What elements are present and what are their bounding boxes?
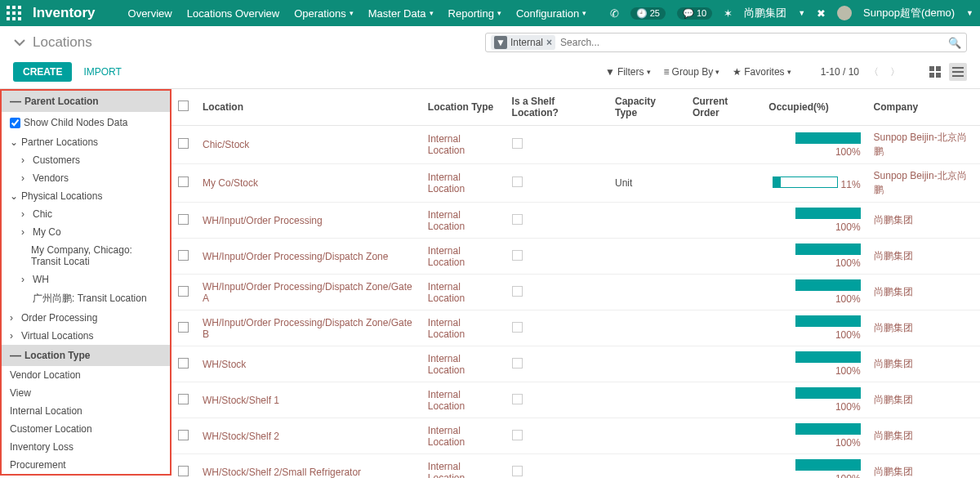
tree-item[interactable]: ›Virtual Locations: [2, 327, 170, 345]
column-header[interactable]: Location Type: [421, 89, 506, 126]
shelf-checkbox[interactable]: [512, 250, 523, 261]
messages-badge[interactable]: 💬 10: [677, 7, 712, 20]
view-list[interactable]: [949, 63, 967, 81]
table-row[interactable]: Chic/StockInternal Location 100%Sunpop B…: [172, 126, 980, 164]
nav-overview[interactable]: Overview: [128, 7, 172, 20]
table-row[interactable]: WH/Stock/Shelf 2/Small RefrigeratorInter…: [172, 454, 980, 479]
company-cell[interactable]: 尚鹏集团: [867, 275, 980, 310]
table-row[interactable]: WH/Input/Order ProcessingInternal Locati…: [172, 203, 980, 239]
table-row[interactable]: WH/Input/Order Processing/Dispatch Zone/…: [172, 310, 980, 346]
sidebar-section-location-type[interactable]: — Location Type: [2, 345, 170, 366]
nav-locations-overview[interactable]: Locations Overview: [187, 7, 279, 20]
location-cell[interactable]: My Co/Stock: [196, 164, 421, 203]
shelf-checkbox[interactable]: [512, 176, 523, 187]
select-all-checkbox[interactable]: [178, 101, 189, 111]
search-icon[interactable]: 🔍: [948, 37, 961, 49]
shelf-checkbox[interactable]: [512, 214, 523, 225]
row-checkbox[interactable]: [178, 250, 189, 261]
table-row[interactable]: WH/Input/Order Processing/Dispatch Zone/…: [172, 275, 980, 310]
row-checkbox[interactable]: [178, 214, 189, 225]
sidebar-section-parent-location[interactable]: — Parent Location: [2, 91, 170, 112]
tree-item[interactable]: ›Vendors: [2, 169, 170, 187]
row-checkbox[interactable]: [178, 138, 189, 149]
tree-item[interactable]: ›My Co: [2, 223, 170, 241]
shelf-checkbox[interactable]: [512, 430, 523, 440]
tree-item[interactable]: ⌄Partner Locations: [2, 133, 170, 151]
create-button[interactable]: CREATE: [13, 62, 72, 82]
pager-next[interactable]: 〉: [889, 65, 902, 79]
location-cell[interactable]: WH/Input/Order Processing/Dispatch Zone/…: [196, 275, 421, 310]
tree-item[interactable]: ›Customers: [2, 151, 170, 169]
column-header[interactable]: Current Order: [686, 89, 762, 126]
company-cell[interactable]: 尚鹏集团: [867, 310, 980, 346]
row-checkbox[interactable]: [178, 322, 189, 333]
close-icon[interactable]: ×: [546, 37, 552, 48]
shelf-checkbox[interactable]: [512, 466, 523, 476]
nav-operations[interactable]: Operations▾: [294, 7, 354, 20]
import-button[interactable]: IMPORT: [83, 66, 121, 78]
shelf-checkbox[interactable]: [512, 394, 523, 404]
pager-range[interactable]: 1-10 / 10: [821, 66, 859, 78]
shelf-checkbox[interactable]: [512, 138, 523, 149]
location-type-item[interactable]: Internal Location: [2, 402, 170, 420]
table-row[interactable]: My Co/StockInternal LocationUnit 11%Sunp…: [172, 164, 980, 203]
company-cell[interactable]: Sunpop Beijin-北京尚鹏: [867, 126, 980, 164]
search-box[interactable]: ▼ Internal × 🔍: [485, 33, 967, 52]
app-brand[interactable]: Inventory: [33, 5, 96, 21]
avatar[interactable]: [837, 6, 852, 20]
nav-reporting[interactable]: Reporting▾: [448, 7, 501, 20]
location-cell[interactable]: WH/Input/Order Processing/Dispatch Zone/…: [196, 310, 421, 346]
tool-icon[interactable]: ✖: [817, 7, 826, 20]
company-cell[interactable]: 尚鹏集团: [867, 239, 980, 275]
tree-item[interactable]: ›Order Processing: [2, 309, 170, 327]
shelf-checkbox[interactable]: [512, 358, 523, 369]
groupby-menu[interactable]: ≡ Group By ▾: [664, 66, 720, 78]
column-header[interactable]: Is a Shelf Location?: [506, 89, 608, 126]
table-row[interactable]: WH/StockInternal Location 100%尚鹏集团: [172, 346, 980, 382]
search-input[interactable]: [555, 35, 948, 50]
table-row[interactable]: WH/Stock/Shelf 2Internal Location 100%尚鹏…: [172, 418, 980, 454]
location-type-item[interactable]: View: [2, 384, 170, 402]
shelf-checkbox[interactable]: [512, 286, 523, 297]
tree-item[interactable]: ⌄Physical Locations: [2, 187, 170, 205]
location-cell[interactable]: WH/Stock: [196, 346, 421, 382]
show-child-nodes-checkbox[interactable]: Show Child Nodes Data: [2, 112, 170, 133]
location-type-item[interactable]: Vendor Location: [2, 366, 170, 384]
row-checkbox[interactable]: [178, 286, 189, 297]
company-cell[interactable]: Sunpop Beijin-北京尚鹏: [867, 164, 980, 203]
activities-badge[interactable]: 🕘 25: [630, 7, 666, 20]
location-cell[interactable]: Chic/Stock: [196, 126, 421, 164]
row-checkbox[interactable]: [178, 176, 189, 187]
chevron-down-icon[interactable]: [13, 36, 26, 49]
location-cell[interactable]: WH/Input/Order Processing: [196, 203, 421, 239]
tree-item[interactable]: ›Chic: [2, 205, 170, 223]
row-checkbox[interactable]: [178, 430, 189, 440]
nav-configuration[interactable]: Configuration▾: [516, 7, 586, 20]
location-cell[interactable]: WH/Input/Order Processing/Dispatch Zone: [196, 239, 421, 275]
nav-master-data[interactable]: Master Data▾: [368, 7, 434, 20]
location-cell[interactable]: WH/Stock/Shelf 2: [196, 418, 421, 454]
tree-item[interactable]: My Company, Chicago: Transit Locati: [2, 241, 170, 270]
column-header[interactable]: Location: [196, 89, 421, 126]
column-header[interactable]: Occupied(%): [762, 89, 866, 126]
company-cell[interactable]: 尚鹏集团: [867, 454, 980, 479]
row-checkbox[interactable]: [178, 394, 189, 404]
row-checkbox[interactable]: [178, 466, 189, 476]
filters-menu[interactable]: ▼Filters ▾: [605, 66, 651, 78]
user-menu[interactable]: Sunpop超管(demo): [863, 6, 955, 20]
table-row[interactable]: WH/Stock/Shelf 1Internal Location 100%尚鹏…: [172, 382, 980, 418]
column-header[interactable]: Company: [867, 89, 980, 126]
table-row[interactable]: WH/Input/Order Processing/Dispatch ZoneI…: [172, 239, 980, 275]
apps-icon[interactable]: [7, 6, 21, 20]
pager-prev[interactable]: 〈: [867, 65, 880, 79]
company-cell[interactable]: 尚鹏集团: [867, 382, 980, 418]
location-type-item[interactable]: Customer Location: [2, 420, 170, 438]
view-kanban[interactable]: [926, 63, 944, 81]
favorites-menu[interactable]: ★ Favorites ▾: [733, 66, 791, 78]
shelf-checkbox[interactable]: [512, 322, 523, 333]
location-cell[interactable]: WH/Stock/Shelf 2/Small Refrigerator: [196, 454, 421, 479]
debug-icon[interactable]: ✶: [724, 7, 733, 20]
column-header[interactable]: Capacity Type: [608, 89, 686, 126]
tree-item[interactable]: ›WH: [2, 270, 170, 288]
company-cell[interactable]: 尚鹏集团: [867, 418, 980, 454]
